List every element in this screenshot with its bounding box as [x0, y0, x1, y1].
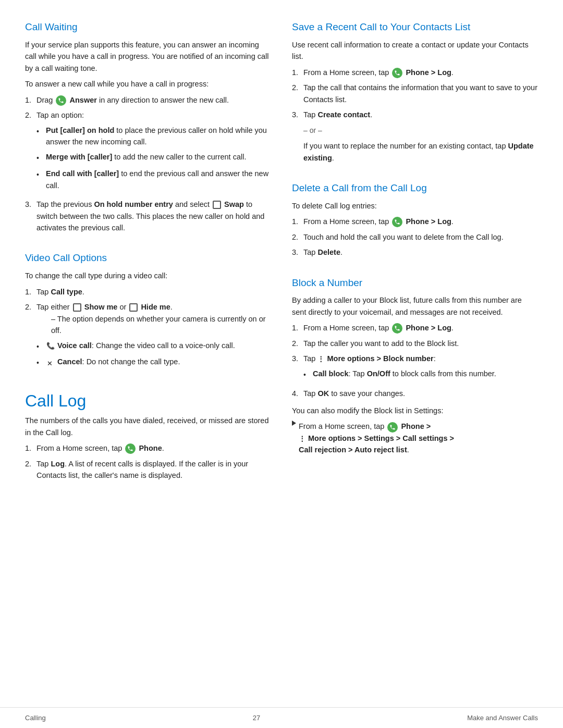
block-step4: 4. Tap OK to save your changes.: [292, 388, 538, 399]
option-put-on-hold: Put [caller] on hold to place the previo…: [36, 125, 271, 148]
delete-step3: 3. Tap Delete.: [292, 246, 538, 258]
footer-left: Calling: [25, 714, 46, 722]
save-recent-para: Use recent call information to create a …: [292, 39, 538, 63]
delete-call-title: Delete a Call from the Call Log: [292, 182, 538, 195]
video-step1: 1. Tap Call type.: [25, 286, 271, 298]
call-waiting-para2: To answer a new call while you have a ca…: [25, 78, 271, 90]
hide-me-icon: [129, 303, 138, 312]
content-area: Call Waiting If your service plan suppor…: [0, 0, 563, 707]
more-options-icon: ⋮: [317, 354, 325, 364]
video-call-para: To change the call type during a video c…: [25, 270, 271, 281]
call-log-title: Call Log: [25, 391, 271, 411]
phone-icon-2: [392, 68, 402, 78]
delete-call-steps: 1. From a Home screen, tap Phone > Log. …: [292, 216, 538, 258]
call-block-option: Call block: Tap On/Off to block calls fr…: [303, 368, 538, 381]
call-waiting-step2: 2. Tap an option: Put [caller] on hold t…: [25, 109, 271, 195]
block-number-para: By adding a caller to your Block list, f…: [292, 294, 538, 318]
block-step3: 3. Tap ⋮ More options > Block number: Ca…: [292, 353, 538, 384]
right-column: Save a Recent Call to Your Contacts List…: [292, 21, 538, 676]
more-options-icon-2: ⋮: [299, 434, 306, 444]
update-existing-note: If you want to replace the number for an…: [303, 140, 538, 164]
save-step1: 1. From a Home screen, tap Phone > Log.: [292, 67, 538, 78]
save-recent-steps: 1. From a Home screen, tap Phone > Log. …: [292, 67, 538, 164]
video-call-options-title: Video Call Options: [25, 252, 271, 265]
save-step3: 3. Tap Create contact. – or – If you wan…: [292, 109, 538, 164]
block-step2: 2. Tap the caller you want to add to the…: [292, 338, 538, 349]
call-log-section: Call Log The numbers of the calls you ha…: [25, 391, 271, 485]
block-arrow-item: From a Home screen, tap Phone > ⋮ More o…: [292, 421, 538, 455]
or-divider: – or –: [303, 125, 538, 137]
block-number-section: Block a Number By adding a caller to you…: [292, 277, 538, 456]
save-recent-call-title: Save a Recent Call to Your Contacts List: [292, 21, 538, 34]
show-me-icon: [73, 303, 81, 312]
video-call-options-section: Video Call Options To change the call ty…: [25, 252, 271, 376]
save-step2: 2. Tap the call that contains the inform…: [292, 82, 538, 105]
footer-center: 27: [253, 714, 260, 722]
footer-right: Make and Answer Calls: [467, 714, 538, 722]
phone-icon-5: [387, 422, 398, 433]
cancel-icon: ✕: [47, 359, 54, 366]
call-waiting-title: Call Waiting: [25, 21, 271, 34]
option-merge: Merge with [caller] to add the new calle…: [36, 151, 271, 164]
call-waiting-para1: If your service plan supports this featu…: [25, 39, 271, 74]
camera-note: – The option depends on whether your cam…: [51, 313, 271, 337]
block-number-title: Block a Number: [292, 277, 538, 290]
answer-icon: [56, 95, 66, 106]
swap-icon: [213, 201, 221, 209]
call-log-step2: 2. Tap Log. A list of recent calls is di…: [25, 458, 271, 482]
call-waiting-options: Put [caller] on hold to place the previo…: [36, 125, 271, 192]
phone-icon-1: [125, 443, 136, 454]
delete-step2: 2. Touch and hold the call you want to d…: [292, 231, 538, 243]
delete-step1: 1. From a Home screen, tap Phone > Log.: [292, 216, 538, 227]
video-call-steps: 1. Tap Call type. 2. Tap either Show me …: [25, 286, 271, 373]
call-waiting-step1: 1. Drag Answer in any direction to answe…: [25, 94, 271, 106]
block-also-note: You can also modify the Block list in Se…: [292, 405, 538, 416]
block-step1: 1. From a Home screen, tap Phone > Log.: [292, 322, 538, 334]
call-waiting-step3: 3. Tap the previous On hold number entry…: [25, 199, 271, 233]
phone-icon-4: [392, 323, 402, 334]
video-step2: 2. Tap either Show me or Hide me. – The …: [25, 301, 271, 373]
option-voice-call: 📞 Voice call: Change the video call to a…: [36, 340, 271, 353]
call-log-steps: 1. From a Home screen, tap Phone. 2. Tap…: [25, 442, 271, 481]
call-waiting-steps: 1. Drag Answer in any direction to answe…: [25, 94, 271, 234]
left-column: Call Waiting If your service plan suppor…: [25, 21, 271, 676]
page: Call Waiting If your service plan suppor…: [0, 0, 563, 728]
delete-call-para: To delete Call log entries:: [292, 200, 538, 212]
option-end-call: End call with [caller] to end the previo…: [36, 168, 271, 191]
arrow-icon: [292, 421, 296, 426]
call-log-intro: The numbers of the calls you have dialed…: [25, 415, 271, 438]
block-steps: 1. From a Home screen, tap Phone > Log. …: [292, 322, 538, 400]
block-options: Call block: Tap On/Off to block calls fr…: [303, 368, 538, 381]
option-cancel: ✕ Cancel: Do not change the call type.: [36, 356, 271, 369]
call-waiting-section: Call Waiting If your service plan suppor…: [25, 21, 271, 237]
voice-call-icon: 📞: [46, 341, 55, 351]
call-log-step1: 1. From a Home screen, tap Phone.: [25, 442, 271, 454]
phone-icon-3: [392, 217, 402, 227]
footer: Calling 27 Make and Answer Calls: [0, 707, 563, 728]
save-recent-call-section: Save a Recent Call to Your Contacts List…: [292, 21, 538, 167]
delete-call-section: Delete a Call from the Call Log To delet…: [292, 182, 538, 262]
video-call-options: 📞 Voice call: Change the video call to a…: [36, 340, 271, 369]
